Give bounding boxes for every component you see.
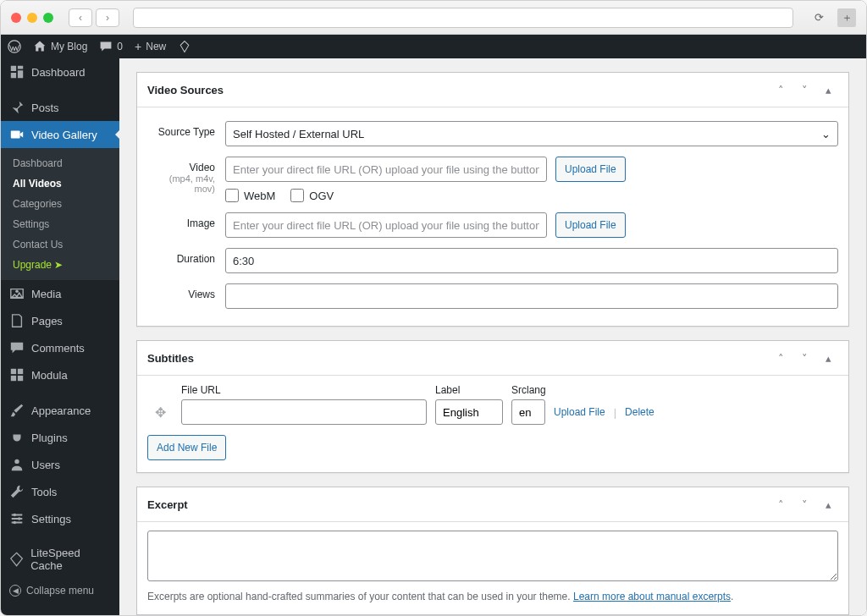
add-new-file-button[interactable]: Add New File [147, 435, 226, 460]
back-button[interactable]: ‹ [69, 8, 92, 27]
video-label: Video (mp4, m4v, mov) [147, 157, 225, 194]
subtitle-url-input[interactable] [181, 399, 427, 425]
webm-checkbox[interactable]: WebM [225, 189, 275, 202]
svg-point-9 [18, 517, 21, 520]
url-bar[interactable] [133, 8, 793, 28]
video-icon [9, 127, 25, 142]
sub-all-videos[interactable]: All Videos [1, 173, 119, 194]
main-content: Video Sources ˄ ˅ ▴ Source Type Self Hos… [119, 58, 866, 615]
sidebar-item-plugins[interactable]: Plugins [1, 424, 119, 451]
video-url-input[interactable] [225, 157, 547, 182]
sidebar-item-modula[interactable]: Modula [1, 361, 119, 388]
subtitle-upload-link[interactable]: Upload File [554, 406, 605, 418]
svg-point-8 [14, 514, 17, 517]
toggle-panel-icon[interactable]: ▴ [818, 80, 838, 100]
sidebar-item-dashboard[interactable]: Dashboard [1, 58, 119, 85]
wp-logo[interactable] [8, 40, 21, 53]
sub-contact-us[interactable]: Contact Us [1, 234, 119, 255]
new-tab-button[interactable]: ＋ [837, 8, 856, 27]
source-type-label: Source Type [147, 121, 225, 138]
video-gallery-submenu: Dashboard All Videos Categories Settings… [1, 148, 119, 280]
toggle-panel-icon[interactable]: ▴ [818, 494, 838, 514]
drag-handle-icon[interactable]: ✥ [147, 404, 173, 421]
sidebar-item-media[interactable]: Media [1, 280, 119, 307]
svg-rect-5 [11, 376, 16, 381]
sub-upgrade[interactable]: Upgrade ➤ [1, 255, 119, 275]
ogv-checkbox[interactable]: OGV [290, 189, 334, 202]
window-minimize-icon[interactable] [27, 13, 37, 23]
excerpt-box: Excerpt ˄ ˅ ▴ Excerpts are optional hand… [136, 487, 849, 615]
sidebar-item-video-gallery[interactable]: Video Gallery [1, 121, 119, 148]
svg-point-2 [15, 290, 19, 294]
duration-input[interactable] [225, 248, 838, 273]
chevron-down-icon: ⌄ [821, 128, 831, 140]
sidebar-item-comments[interactable]: Comments [1, 334, 119, 361]
sidebar-item-appearance[interactable]: Appearance [1, 397, 119, 424]
source-type-select[interactable]: Self Hosted / External URL ⌄ [225, 121, 838, 146]
sub-settings[interactable]: Settings [1, 214, 119, 234]
dashboard-icon [9, 64, 25, 80]
bolt-icon [9, 552, 24, 567]
sidebar-item-users[interactable]: Users [1, 451, 119, 478]
sidebar-item-posts[interactable]: Posts [1, 94, 119, 121]
excerpt-textarea[interactable] [147, 531, 838, 581]
srclang-header: Srclang [511, 384, 554, 396]
refresh-button[interactable]: ⟳ [807, 8, 831, 27]
move-up-icon[interactable]: ˄ [770, 494, 791, 514]
wp-admin-bar: My Blog 0 + New [1, 35, 866, 58]
subtitle-delete-link[interactable]: Delete [625, 406, 654, 418]
subtitles-title: Subtitles [147, 352, 194, 365]
forward-button[interactable]: › [96, 8, 119, 27]
move-down-icon[interactable]: ˅ [794, 80, 815, 100]
file-url-header: File URL [181, 384, 435, 396]
new-content-link[interactable]: + New [135, 40, 166, 53]
media-icon [9, 286, 25, 301]
pin-icon [9, 100, 25, 115]
image-upload-button[interactable]: Upload File [555, 212, 626, 238]
browser-titlebar: ‹ › ⟳ ＋ [1, 1, 866, 35]
subtitle-label-input[interactable] [435, 399, 503, 425]
plug-icon [9, 430, 25, 445]
sidebar-item-pages[interactable]: Pages [1, 307, 119, 334]
excerpt-description: Excerpts are optional hand-crafted summa… [147, 591, 838, 602]
duration-label: Duration [147, 248, 225, 265]
image-label: Image [147, 212, 225, 229]
admin-sidebar: Dashboard Posts Video Gallery Dashboard … [1, 58, 119, 615]
views-input[interactable] [225, 283, 838, 309]
collapse-icon: ◀ [9, 585, 21, 597]
diamond-icon[interactable] [178, 40, 191, 53]
collapse-menu[interactable]: ◀ Collapse menu [1, 578, 119, 603]
move-up-icon[interactable]: ˄ [770, 80, 791, 100]
move-down-icon[interactable]: ˅ [794, 348, 815, 368]
video-sources-box: Video Sources ˄ ˅ ▴ Source Type Self Hos… [136, 72, 849, 327]
window-zoom-icon[interactable] [43, 13, 53, 23]
subtitle-lang-input[interactable] [511, 399, 545, 425]
sidebar-item-litespeed[interactable]: LiteSpeed Cache [1, 541, 119, 578]
svg-point-10 [14, 521, 17, 525]
move-up-icon[interactable]: ˄ [770, 348, 791, 368]
excerpt-title: Excerpt [147, 498, 188, 511]
views-label: Views [147, 283, 225, 300]
svg-rect-4 [18, 369, 23, 374]
svg-rect-1 [11, 131, 20, 139]
comments-link[interactable]: 0 [99, 40, 123, 53]
move-down-icon[interactable]: ˅ [794, 494, 815, 514]
sidebar-item-settings[interactable]: Settings [1, 505, 119, 532]
sliders-icon [9, 511, 25, 526]
video-upload-button[interactable]: Upload File [555, 157, 626, 182]
label-header: Label [435, 384, 511, 396]
svg-rect-6 [18, 376, 23, 381]
image-url-input[interactable] [225, 212, 547, 238]
subtitles-box: Subtitles ˄ ˅ ▴ File URL Label Srclang ✥ [136, 340, 849, 473]
svg-point-7 [14, 459, 19, 464]
sub-dashboard[interactable]: Dashboard [1, 153, 119, 173]
brush-icon [9, 403, 25, 418]
site-link[interactable]: My Blog [33, 40, 87, 53]
subtitle-row: ✥ Upload File | Delete [147, 399, 838, 425]
video-sources-title: Video Sources [147, 84, 224, 96]
window-close-icon[interactable] [11, 13, 21, 23]
toggle-panel-icon[interactable]: ▴ [818, 348, 838, 368]
sub-categories[interactable]: Categories [1, 194, 119, 214]
excerpt-learn-more-link[interactable]: Learn more about manual excerpts [573, 591, 731, 602]
sidebar-item-tools[interactable]: Tools [1, 478, 119, 505]
